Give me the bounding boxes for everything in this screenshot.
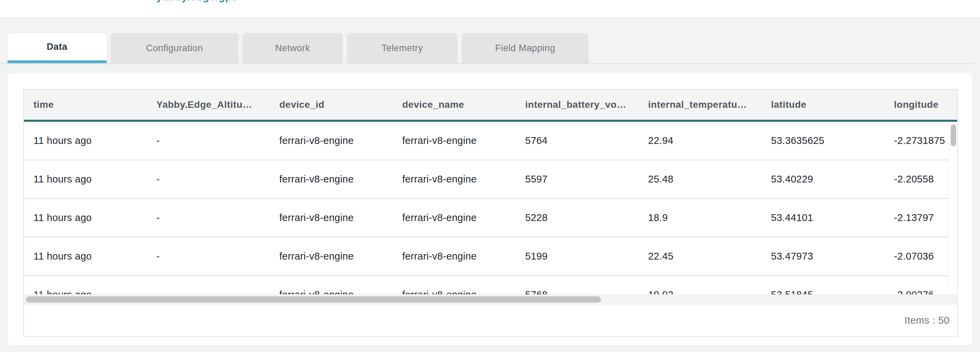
table-row: 11 hours ago - ferrari-v8-engine ferrari… — [24, 199, 958, 238]
tab-telemetry[interactable]: Telemetry — [347, 33, 458, 63]
table-cell: 53.44101 — [762, 212, 885, 224]
table-cell: 18.9 — [638, 212, 762, 224]
tab-field-mapping-label: Field Mapping — [495, 43, 555, 54]
items-count: Items : 50 — [905, 315, 950, 326]
horizontal-scrollbar[interactable] — [24, 294, 957, 304]
table-cell: ferrari-v8-engine — [270, 135, 393, 146]
page-header-strip: yabby.edge.gps — [0, 0, 980, 18]
table-cell: -2.20558 — [885, 174, 958, 185]
table-row: 11 hours ago - ferrari-v8-engine ferrari… — [24, 238, 958, 276]
table-cell: ferrari-v8-engine — [270, 289, 393, 294]
table-cell: - — [147, 251, 270, 262]
table-cell: ferrari-v8-engine — [393, 135, 515, 146]
column-header-internal-temperature[interactable]: internal_temperatu… — [638, 99, 762, 110]
table-cell: - — [147, 174, 270, 185]
table-cell: 5228 — [515, 212, 638, 224]
table-cell: -2.00276 — [885, 289, 958, 294]
table-cell: 5764 — [515, 135, 638, 146]
table-cell: ferrari-v8-engine — [393, 289, 515, 294]
table-cell: 22.45 — [638, 251, 762, 262]
tab-field-mapping[interactable]: Field Mapping — [462, 33, 589, 63]
tab-network[interactable]: Network — [242, 33, 343, 63]
column-header-latitude[interactable]: latitude — [762, 99, 885, 110]
table-row: 11 hours ago - ferrari-v8-engine ferrari… — [24, 276, 958, 294]
table-cell: 11 hours ago — [24, 135, 147, 146]
table-cell: 53.3635625 — [762, 135, 885, 146]
tab-configuration-label: Configuration — [146, 43, 203, 54]
table-cell: ferrari-v8-engine — [270, 251, 393, 262]
tab-bar-divider — [0, 63, 973, 64]
table-cell: 5199 — [515, 251, 638, 262]
vertical-scrollbar[interactable] — [948, 122, 958, 294]
table-cell: 53.51845 — [762, 289, 885, 294]
table-cell: 11 hours ago — [24, 174, 147, 185]
data-table-container: time Yabby.Edge_Altitu… device_id device… — [23, 89, 958, 337]
table-footer: Items : 50 — [24, 304, 957, 336]
table-cell: ferrari-v8-engine — [270, 212, 393, 224]
table-cell: ferrari-v8-engine — [270, 174, 393, 185]
tab-data[interactable]: Data — [8, 33, 107, 63]
table-cell: 25.48 — [638, 174, 762, 185]
column-header-device-name[interactable]: device_name — [393, 99, 515, 110]
table-cell: - — [147, 289, 270, 294]
table-cell: - — [147, 212, 270, 224]
table-cell: 22.94 — [638, 135, 762, 146]
column-header-longitude[interactable]: longitude — [885, 99, 958, 110]
column-header-internal-battery-voltage[interactable]: internal_battery_vo… — [515, 99, 638, 110]
table-cell: 11 hours ago — [24, 251, 147, 262]
table-cell: 11 hours ago — [24, 289, 147, 294]
tab-data-label: Data — [47, 41, 68, 52]
table-body: 11 hours ago - ferrari-v8-engine ferrari… — [24, 122, 958, 294]
data-panel: time Yabby.Edge_Altitu… device_id device… — [8, 73, 972, 346]
table-cell: 11 hours ago — [24, 212, 147, 224]
vertical-scrollbar-thumb[interactable] — [951, 125, 956, 146]
table-cell: ferrari-v8-engine — [393, 212, 515, 224]
tab-configuration[interactable]: Configuration — [111, 33, 238, 63]
table-row: 11 hours ago - ferrari-v8-engine ferrari… — [24, 122, 958, 160]
table-cell: 19.92 — [638, 289, 762, 294]
table-cell: -2.2731875 — [885, 135, 958, 146]
column-header-device-id[interactable]: device_id — [270, 99, 393, 110]
tab-telemetry-label: Telemetry — [382, 43, 423, 54]
table-cell: 53.47973 — [762, 251, 885, 262]
table-cell: ferrari-v8-engine — [393, 251, 515, 262]
tab-bar: Data Configuration Network Telemetry Fie… — [8, 33, 589, 63]
tab-network-label: Network — [275, 43, 310, 54]
column-header-time[interactable]: time — [24, 99, 147, 110]
table-row: 11 hours ago - ferrari-v8-engine ferrari… — [24, 160, 958, 199]
table-cell: 5768 — [515, 289, 638, 294]
table-cell: -2.07036 — [885, 251, 958, 262]
table-cell: - — [147, 135, 270, 146]
device-link[interactable]: yabby.edge.gps — [156, 0, 238, 3]
table-header: time Yabby.Edge_Altitu… device_id device… — [24, 90, 958, 122]
table-cell: 53.40229 — [762, 174, 885, 185]
table-cell: 5597 — [515, 174, 638, 185]
table-cell: -2.13797 — [885, 212, 958, 224]
horizontal-scrollbar-thumb[interactable] — [26, 297, 601, 303]
table-cell: ferrari-v8-engine — [393, 174, 515, 185]
column-header-yabby-edge-altitude[interactable]: Yabby.Edge_Altitu… — [147, 99, 270, 110]
